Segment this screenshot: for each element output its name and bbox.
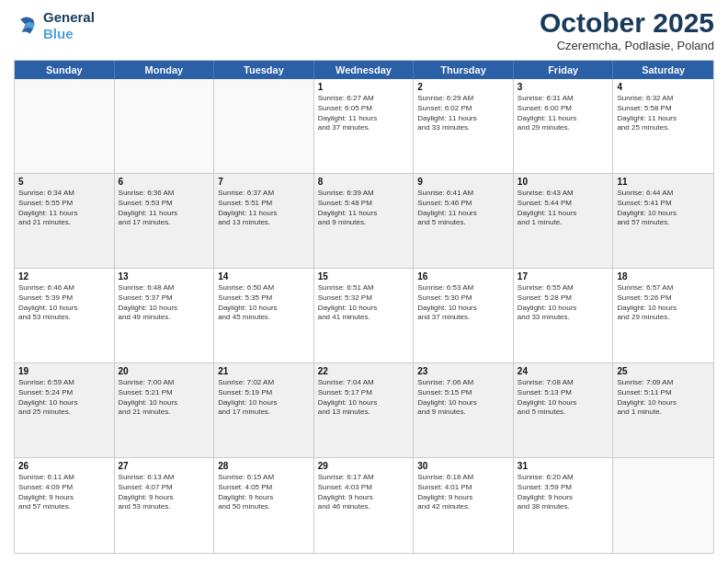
calendar-cell: 25Sunrise: 7:09 AM Sunset: 5:11 PM Dayli… — [613, 363, 713, 457]
day-number: 9 — [417, 177, 509, 187]
title-block: October 2025 Czeremcha, Podlasie, Poland — [540, 9, 714, 52]
page: General Blue October 2025 Czeremcha, Pod… — [0, 0, 728, 563]
day-info: Sunrise: 6:32 AM Sunset: 5:58 PM Dayligh… — [617, 94, 710, 133]
day-info: Sunrise: 6:13 AM Sunset: 4:07 PM Dayligh… — [119, 473, 210, 512]
day-info: Sunrise: 6:31 AM Sunset: 6:00 PM Dayligh… — [518, 94, 609, 133]
calendar-cell: 16Sunrise: 6:53 AM Sunset: 5:30 PM Dayli… — [414, 269, 514, 362]
day-info: Sunrise: 6:11 AM Sunset: 4:09 PM Dayligh… — [18, 473, 110, 512]
calendar-cell: 3Sunrise: 6:31 AM Sunset: 6:00 PM Daylig… — [514, 79, 614, 173]
logo-icon — [14, 13, 40, 39]
header-monday: Monday — [115, 61, 215, 79]
day-info: Sunrise: 6:43 AM Sunset: 5:44 PM Dayligh… — [518, 189, 609, 228]
day-info: Sunrise: 6:53 AM Sunset: 5:30 PM Dayligh… — [417, 283, 509, 323]
logo: General Blue — [14, 9, 95, 42]
day-number: 30 — [417, 461, 509, 471]
day-number: 28 — [218, 461, 310, 471]
day-info: Sunrise: 7:09 AM Sunset: 5:11 PM Dayligh… — [617, 378, 710, 418]
calendar-cell — [214, 79, 314, 173]
day-info: Sunrise: 7:02 AM Sunset: 5:19 PM Dayligh… — [218, 378, 310, 418]
calendar-cell: 18Sunrise: 6:57 AM Sunset: 5:26 PM Dayli… — [613, 269, 713, 362]
day-info: Sunrise: 6:48 AM Sunset: 5:37 PM Dayligh… — [119, 283, 210, 323]
header-sunday: Sunday — [15, 61, 115, 79]
calendar-cell: 9Sunrise: 6:41 AM Sunset: 5:46 PM Daylig… — [414, 174, 514, 268]
day-info: Sunrise: 7:04 AM Sunset: 5:17 PM Dayligh… — [318, 378, 410, 418]
day-info: Sunrise: 6:17 AM Sunset: 4:03 PM Dayligh… — [318, 473, 410, 512]
day-number: 7 — [218, 177, 310, 187]
day-number: 15 — [318, 271, 410, 282]
day-number: 19 — [18, 366, 110, 376]
logo-text: General Blue — [43, 9, 95, 42]
day-number: 23 — [417, 366, 509, 376]
day-info: Sunrise: 6:59 AM Sunset: 5:24 PM Dayligh… — [18, 378, 110, 418]
calendar-row: 19Sunrise: 6:59 AM Sunset: 5:24 PM Dayli… — [15, 363, 713, 458]
day-info: Sunrise: 7:00 AM Sunset: 5:21 PM Dayligh… — [119, 378, 210, 418]
day-number: 1 — [318, 82, 410, 92]
day-headers: Sunday Monday Tuesday Wednesday Thursday… — [15, 61, 713, 79]
calendar-cell — [115, 79, 215, 173]
calendar-cell: 26Sunrise: 6:11 AM Sunset: 4:09 PM Dayli… — [15, 458, 115, 553]
calendar-row: 12Sunrise: 6:46 AM Sunset: 5:39 PM Dayli… — [15, 269, 713, 363]
day-number: 16 — [417, 271, 509, 282]
calendar-cell — [15, 79, 115, 173]
calendar-cell: 10Sunrise: 6:43 AM Sunset: 5:44 PM Dayli… — [514, 174, 614, 268]
calendar-body: 1Sunrise: 6:27 AM Sunset: 6:05 PM Daylig… — [15, 79, 713, 553]
header-tuesday: Tuesday — [214, 61, 314, 79]
day-info: Sunrise: 6:50 AM Sunset: 5:35 PM Dayligh… — [218, 283, 310, 323]
calendar-cell: 12Sunrise: 6:46 AM Sunset: 5:39 PM Dayli… — [15, 269, 115, 362]
calendar-cell: 30Sunrise: 6:18 AM Sunset: 4:01 PM Dayli… — [414, 458, 514, 553]
calendar-cell: 13Sunrise: 6:48 AM Sunset: 5:37 PM Dayli… — [115, 269, 215, 362]
day-info: Sunrise: 6:34 AM Sunset: 5:55 PM Dayligh… — [18, 189, 110, 228]
day-number: 10 — [518, 177, 609, 187]
calendar-cell: 29Sunrise: 6:17 AM Sunset: 4:03 PM Dayli… — [314, 458, 415, 553]
day-number: 17 — [518, 271, 609, 282]
month-title: October 2025 — [540, 9, 714, 37]
day-info: Sunrise: 6:41 AM Sunset: 5:46 PM Dayligh… — [417, 189, 509, 228]
header-saturday: Saturday — [613, 61, 713, 79]
header-friday: Friday — [514, 61, 614, 79]
day-info: Sunrise: 6:51 AM Sunset: 5:32 PM Dayligh… — [318, 283, 410, 323]
day-number: 20 — [119, 366, 210, 376]
calendar-cell: 4Sunrise: 6:32 AM Sunset: 5:58 PM Daylig… — [613, 79, 713, 173]
header: General Blue October 2025 Czeremcha, Pod… — [14, 9, 714, 52]
calendar-cell: 1Sunrise: 6:27 AM Sunset: 6:05 PM Daylig… — [314, 79, 415, 173]
calendar-cell: 6Sunrise: 6:36 AM Sunset: 5:53 PM Daylig… — [115, 174, 215, 268]
calendar-cell: 2Sunrise: 6:29 AM Sunset: 6:02 PM Daylig… — [414, 79, 514, 173]
day-number: 18 — [617, 271, 710, 282]
day-number: 26 — [18, 461, 110, 471]
day-number: 27 — [119, 461, 210, 471]
day-number: 14 — [218, 271, 310, 282]
calendar-row: 26Sunrise: 6:11 AM Sunset: 4:09 PM Dayli… — [15, 458, 713, 553]
day-info: Sunrise: 6:55 AM Sunset: 5:28 PM Dayligh… — [518, 283, 609, 323]
day-info: Sunrise: 6:15 AM Sunset: 4:05 PM Dayligh… — [218, 473, 310, 512]
day-number: 12 — [18, 271, 110, 282]
day-info: Sunrise: 6:20 AM Sunset: 3:59 PM Dayligh… — [518, 473, 609, 512]
calendar-cell: 31Sunrise: 6:20 AM Sunset: 3:59 PM Dayli… — [514, 458, 614, 553]
calendar-cell: 8Sunrise: 6:39 AM Sunset: 5:48 PM Daylig… — [314, 174, 415, 268]
day-number: 3 — [518, 82, 609, 92]
calendar-cell: 28Sunrise: 6:15 AM Sunset: 4:05 PM Dayli… — [214, 458, 314, 553]
day-number: 13 — [119, 271, 210, 282]
day-number: 21 — [218, 366, 310, 376]
day-number: 24 — [518, 366, 609, 376]
day-number: 29 — [318, 461, 410, 471]
day-number: 6 — [119, 177, 210, 187]
day-info: Sunrise: 6:57 AM Sunset: 5:26 PM Dayligh… — [617, 283, 710, 323]
calendar-cell: 7Sunrise: 6:37 AM Sunset: 5:51 PM Daylig… — [214, 174, 314, 268]
calendar-cell: 27Sunrise: 6:13 AM Sunset: 4:07 PM Dayli… — [115, 458, 215, 553]
calendar-cell: 11Sunrise: 6:44 AM Sunset: 5:41 PM Dayli… — [613, 174, 713, 268]
calendar-row: 5Sunrise: 6:34 AM Sunset: 5:55 PM Daylig… — [15, 174, 713, 269]
location-subtitle: Czeremcha, Podlasie, Poland — [540, 39, 714, 52]
day-info: Sunrise: 6:27 AM Sunset: 6:05 PM Dayligh… — [318, 94, 410, 133]
calendar: Sunday Monday Tuesday Wednesday Thursday… — [14, 60, 714, 554]
day-number: 4 — [617, 82, 710, 92]
day-number: 2 — [417, 82, 509, 92]
calendar-cell — [613, 458, 713, 553]
day-number: 22 — [318, 366, 410, 376]
day-info: Sunrise: 6:29 AM Sunset: 6:02 PM Dayligh… — [417, 94, 509, 133]
day-number: 31 — [518, 461, 609, 471]
day-info: Sunrise: 7:06 AM Sunset: 5:15 PM Dayligh… — [417, 378, 509, 418]
header-thursday: Thursday — [414, 61, 514, 79]
calendar-cell: 24Sunrise: 7:08 AM Sunset: 5:13 PM Dayli… — [514, 363, 614, 457]
day-info: Sunrise: 6:36 AM Sunset: 5:53 PM Dayligh… — [119, 189, 210, 228]
day-number: 8 — [318, 177, 410, 187]
